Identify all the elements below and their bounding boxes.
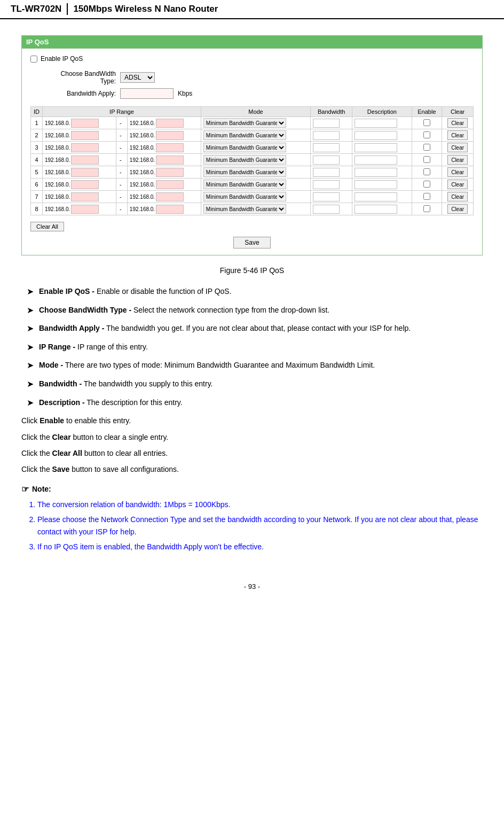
desc-bwapply: ➤ Bandwidth Apply - The bandwidth you ge…: [27, 322, 477, 336]
enable-row: Enable IP QoS: [30, 55, 474, 63]
mode-select-2[interactable]: Minimum Bandwidth GuaranteeMaximum Bandw…: [203, 130, 286, 140]
ip-from-input-5[interactable]: [71, 168, 99, 177]
mode-select-8[interactable]: Minimum Bandwidth GuaranteeMaximum Bandw…: [203, 204, 286, 214]
bw-input-2[interactable]: [313, 131, 340, 140]
mode-select-7[interactable]: Minimum Bandwidth GuaranteeMaximum Bandw…: [203, 192, 286, 201]
row-desc-1: [352, 117, 412, 129]
bw-input-6[interactable]: [313, 180, 340, 189]
desc-input-3[interactable]: [355, 143, 397, 152]
clear-button-3[interactable]: Clear: [447, 143, 468, 152]
bw-input-4[interactable]: [313, 156, 340, 165]
enable-cb-2[interactable]: [423, 131, 430, 138]
ip-to-input-5[interactable]: [156, 168, 184, 177]
row-desc-3: [352, 142, 412, 154]
desc-mode-term: Mode -: [39, 361, 63, 369]
mode-select-5[interactable]: Minimum Bandwidth GuaranteeMaximum Bandw…: [203, 167, 286, 177]
ip-to-input-7[interactable]: [156, 192, 184, 201]
row-id-6: 6: [31, 178, 43, 191]
clear-button-8[interactable]: Clear: [447, 204, 468, 214]
clear-button-4[interactable]: Clear: [447, 155, 468, 165]
row-bw-4: [311, 154, 352, 166]
row-enable-7: [412, 191, 442, 203]
enable-cb-8[interactable]: [423, 205, 430, 212]
ip-sep-2: -: [116, 129, 128, 142]
enable-cb-3[interactable]: [423, 144, 430, 151]
col-enable: Enable: [412, 107, 442, 117]
bw-input-7[interactable]: [313, 192, 340, 201]
desc-input-2[interactable]: [355, 131, 397, 140]
save-button[interactable]: Save: [233, 237, 270, 248]
row-desc-2: [352, 129, 412, 142]
bw-input-1[interactable]: [313, 119, 340, 128]
bw-apply-input[interactable]: 3000: [120, 88, 174, 99]
ip-prefix-to-2: 192.168.0.: [130, 133, 155, 138]
row-ip-to-4: 192.168.0.: [127, 154, 201, 166]
clear-button-6[interactable]: Clear: [447, 180, 468, 189]
ip-prefix-from-1: 192.168.0.: [45, 120, 70, 126]
ip-from-input-7[interactable]: [71, 192, 99, 201]
desc-mode-text: Mode - There are two types of mode: Mini…: [39, 359, 375, 371]
row-enable-6: [412, 178, 442, 191]
bw-input-8[interactable]: [313, 205, 340, 214]
clear-button-2[interactable]: Clear: [447, 130, 468, 140]
ip-to-input-1[interactable]: [156, 119, 184, 128]
enable-cb-7[interactable]: [423, 193, 430, 200]
enable-cb-1[interactable]: [423, 119, 430, 126]
bullet-icon-3: ➤: [27, 322, 34, 336]
ip-to-input-2[interactable]: [156, 131, 184, 140]
desc-input-1[interactable]: [355, 119, 397, 128]
mode-select-1[interactable]: Minimum Bandwidth GuaranteeMaximum Bandw…: [203, 118, 286, 128]
enable-ip-qos-checkbox[interactable]: [30, 56, 37, 63]
ip-sep-8: -: [116, 203, 128, 215]
mode-select-6[interactable]: Minimum Bandwidth GuaranteeMaximum Bandw…: [203, 180, 286, 189]
ip-to-input-8[interactable]: [156, 205, 184, 214]
bw-input-3[interactable]: [313, 143, 340, 152]
mode-select-3[interactable]: Minimum Bandwidth GuaranteeMaximum Bandw…: [203, 143, 286, 152]
row-ip-from-3: 192.168.0.: [43, 142, 116, 154]
desc-enable-text: Enable IP QoS - Enable or disable the fu…: [39, 285, 232, 297]
ip-from-input-2[interactable]: [71, 131, 99, 140]
desc-input-5[interactable]: [355, 168, 397, 177]
row-enable-1: [412, 117, 442, 129]
enable-cb-4[interactable]: [423, 156, 430, 163]
ip-from-input-6[interactable]: [71, 180, 99, 189]
row-ip-from-2: 192.168.0.: [43, 129, 116, 142]
ip-prefix-to-4: 192.168.0.: [130, 157, 155, 163]
ip-to-input-3[interactable]: [156, 143, 184, 152]
row-clear-2: Clear: [442, 129, 474, 142]
desc-input-4[interactable]: [355, 156, 397, 165]
clear-button-7[interactable]: Clear: [447, 192, 468, 201]
bw-input-5[interactable]: [313, 168, 340, 177]
desc-description-text: Description - The description for this e…: [39, 397, 183, 408]
desc-input-7[interactable]: [355, 192, 397, 201]
ip-from-input-4[interactable]: [71, 156, 99, 165]
desc-input-6[interactable]: [355, 180, 397, 189]
bw-type-select[interactable]: ADSL Other: [120, 72, 155, 83]
ip-from-input-3[interactable]: [71, 143, 99, 152]
row-bw-6: [311, 178, 352, 191]
row-clear-1: Clear: [442, 117, 474, 129]
clear-all-button[interactable]: Clear All: [30, 222, 64, 231]
ip-to-input-6[interactable]: [156, 180, 184, 189]
clear-button-5[interactable]: Clear: [447, 167, 468, 177]
click-enable-bold: Enable: [40, 416, 64, 425]
row-ip-to-6: 192.168.0.: [127, 178, 201, 191]
row-bw-5: [311, 166, 352, 178]
ip-to-input-4[interactable]: [156, 156, 184, 165]
bw-apply-label: Bandwidth Apply:: [52, 90, 116, 97]
ip-from-input-1[interactable]: [71, 119, 99, 128]
ip-prefix-to-7: 192.168.0.: [130, 194, 155, 200]
row-id-1: 1: [31, 117, 43, 129]
bullet-icon-7: ➤: [27, 396, 34, 410]
enable-cb-5[interactable]: [423, 168, 430, 175]
enable-cb-6[interactable]: [423, 181, 430, 188]
col-ip-range: IP Range: [43, 107, 201, 117]
desc-input-8[interactable]: [355, 205, 397, 214]
clear-button-1[interactable]: Clear: [447, 118, 468, 128]
row-clear-3: Clear: [442, 142, 474, 154]
ip-from-input-8[interactable]: [71, 205, 99, 214]
note-list: The conversion relation of bandwidth: 1M…: [21, 499, 483, 553]
table-row: 2192.168.0.-192.168.0.Minimum Bandwidth …: [31, 129, 474, 142]
bullet-icon: ➤: [27, 285, 34, 299]
mode-select-4[interactable]: Minimum Bandwidth GuaranteeMaximum Bandw…: [203, 155, 286, 165]
